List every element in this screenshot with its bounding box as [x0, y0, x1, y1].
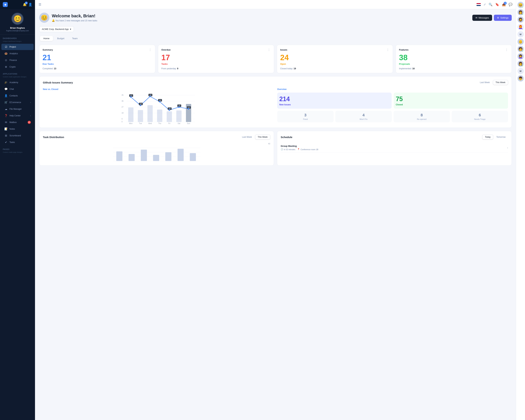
- schedule-chevron-icon[interactable]: ›: [507, 146, 508, 149]
- card-title: Overdue: [161, 48, 171, 51]
- applications-section-label: APPLICATIONS: [0, 70, 35, 76]
- topbar: ☰ ⤢ 🔍 🔖 📥 5 💬: [35, 0, 516, 9]
- analytics-icon: 🍩: [4, 52, 8, 55]
- last-week-toggle[interactable]: Last Week: [478, 80, 492, 85]
- right-avatar-5[interactable]: 👴: [517, 38, 524, 45]
- bookmark-icon[interactable]: 🔖: [495, 3, 499, 7]
- svg-rect-57: [190, 153, 196, 161]
- schedule-title: Schedule: [281, 136, 292, 139]
- tasks-icon: ✔: [4, 141, 8, 144]
- sidebar-item-label: Scrumboard: [9, 134, 21, 137]
- notification-icon[interactable]: 🔔 3: [23, 3, 27, 7]
- inbox-badge: 5: [504, 2, 507, 5]
- right-avatar-10[interactable]: 👦: [517, 75, 524, 82]
- clock-icon: 🕐: [281, 148, 283, 150]
- tab-budget[interactable]: Budget: [54, 36, 68, 41]
- new-issues-stat: 214 New Issues: [277, 93, 392, 109]
- sidebar-item-contacts[interactable]: 👤 Contacts: [1, 93, 34, 99]
- sidebar-item-mailbox[interactable]: ✉ Mailbox 27: [1, 119, 34, 125]
- this-week-toggle[interactable]: This Week: [493, 80, 508, 85]
- fullscreen-icon[interactable]: ⤢: [484, 3, 486, 6]
- right-avatar-6[interactable]: 🧑: [517, 46, 524, 52]
- sidebar-item-notes[interactable]: 📝 Notes: [1, 126, 34, 132]
- notification-badge: 3: [25, 1, 28, 4]
- hamburger-menu-icon[interactable]: ☰: [38, 3, 41, 7]
- line-bar-chart: 45 36 27 18 9 0: [43, 93, 274, 124]
- tomorrow-toggle[interactable]: Tomorrow: [494, 135, 508, 140]
- right-avatar-3[interactable]: 👩‍🦰: [517, 24, 524, 30]
- right-avatar-9[interactable]: M: [517, 68, 524, 74]
- svg-text:20: 20: [169, 108, 171, 110]
- settings-button[interactable]: ⚙ Settings: [494, 15, 512, 21]
- project-selector[interactable]: ACME Corp. Backend App ▾: [39, 26, 74, 32]
- online-indicator: [522, 50, 524, 52]
- sidebar-item-tasks[interactable]: ✔ Tasks: [1, 139, 34, 145]
- user-circle-icon[interactable]: 👤: [28, 3, 32, 7]
- closed-stat: 75 Closed: [394, 93, 508, 109]
- today-toggle[interactable]: Today: [482, 135, 493, 140]
- sidebar-item-filemanager[interactable]: ☁ File Manager: [1, 106, 34, 112]
- right-avatar-4[interactable]: M: [517, 31, 524, 37]
- sidebar-item-chat[interactable]: 💬 Chat: [1, 86, 34, 92]
- sidebar-item-finance[interactable]: ⊙ Finance: [1, 57, 34, 63]
- card-label: Proposals: [399, 63, 508, 65]
- sidebar-item-academy[interactable]: 🎓 Academy: [1, 79, 34, 85]
- wontfix-stat: 4 Won't Fix: [335, 111, 392, 122]
- blue-indicator: [522, 28, 524, 30]
- inbox-icon[interactable]: 📥 5: [502, 3, 506, 7]
- triage-stat: 6 Needs Triage: [452, 111, 508, 122]
- right-sidebar: 😀 👩 🧔 👩‍🦰 M 👴 🧑 👩‍🦱 👩 M 👦: [516, 0, 525, 420]
- card-detail: Completed: 13: [43, 67, 152, 70]
- card-menu-icon[interactable]: ⋮: [386, 48, 390, 51]
- sidebar-profile: 😊 Brian Hughes hughes.brian@company.com: [0, 9, 35, 35]
- card-menu-icon[interactable]: ⋮: [505, 48, 508, 51]
- schedule-item: Group Meeting 🕐 in 32 minutes 📍 Conferen…: [281, 143, 508, 153]
- github-section: Github Issues Summary Last Week This Wee…: [39, 76, 512, 128]
- overview-area: Overview 214 New Issues 75 Closed: [277, 88, 508, 124]
- svg-text:42: 42: [130, 95, 132, 97]
- right-avatar-2[interactable]: 🧔: [517, 17, 524, 23]
- sidebar-item-scrumboard[interactable]: ⊞ Scrumboard: [1, 132, 34, 139]
- new-issues-label: New Issues: [279, 103, 390, 106]
- card-title: Features: [399, 48, 408, 51]
- online-indicator: [522, 65, 524, 67]
- messages-button[interactable]: ✉ Messages: [472, 15, 492, 21]
- sidebar-item-helpcenter[interactable]: ❓ Help Center ›: [1, 112, 34, 119]
- card-menu-icon[interactable]: ⋮: [268, 48, 271, 51]
- schedule-card: Schedule Today Tomorrow Group Meeting 🕐 …: [277, 131, 512, 166]
- svg-point-35: [150, 96, 151, 97]
- svg-text:Fri: Fri: [168, 122, 170, 124]
- right-avatar-1[interactable]: 👩: [517, 9, 524, 15]
- online-indicator: [522, 14, 524, 15]
- svg-text:9: 9: [122, 118, 123, 120]
- schedule-time: 🕐 in 32 minutes: [281, 148, 295, 150]
- sidebar-item-crypto[interactable]: ⊕ Crypto: [1, 64, 34, 70]
- tab-home[interactable]: Home: [40, 36, 53, 41]
- svg-rect-56: [178, 149, 184, 161]
- tab-team[interactable]: Team: [69, 36, 81, 41]
- sidebar-item-analytics[interactable]: 🍩 Analytics: [1, 50, 34, 57]
- right-avatar-8[interactable]: 👩: [517, 61, 524, 67]
- right-avatar-0[interactable]: 😀: [517, 2, 524, 8]
- search-icon[interactable]: 🔍: [489, 3, 492, 7]
- messages-icon[interactable]: 💬: [508, 3, 512, 7]
- card-title: Summary: [43, 48, 53, 51]
- flag-icon[interactable]: [477, 3, 481, 6]
- svg-point-37: [169, 109, 170, 111]
- sidebar-item-ecommerce[interactable]: 🛒 ECommerce ›: [1, 99, 34, 105]
- task-distribution-header: Task Distribution Last Week This Week: [43, 135, 270, 140]
- svg-text:18: 18: [122, 112, 124, 114]
- app-logo[interactable]: ◆: [3, 2, 8, 7]
- svg-rect-17: [176, 111, 182, 122]
- card-menu-icon[interactable]: ⋮: [149, 48, 152, 51]
- sidebar-item-project[interactable]: ☑ Project: [1, 44, 34, 50]
- svg-rect-53: [141, 150, 147, 161]
- task-last-week-toggle[interactable]: Last Week: [240, 135, 254, 140]
- right-avatar-7[interactable]: 👩‍🦱: [517, 53, 524, 59]
- profile-email: hughes.brian@company.com: [6, 30, 29, 32]
- sidebar-item-label: Help Center: [9, 114, 21, 117]
- task-this-week-toggle[interactable]: This Week: [255, 135, 270, 140]
- location-icon: 📍: [297, 148, 300, 150]
- svg-text:Wed: Wed: [148, 122, 152, 124]
- svg-rect-51: [116, 151, 122, 161]
